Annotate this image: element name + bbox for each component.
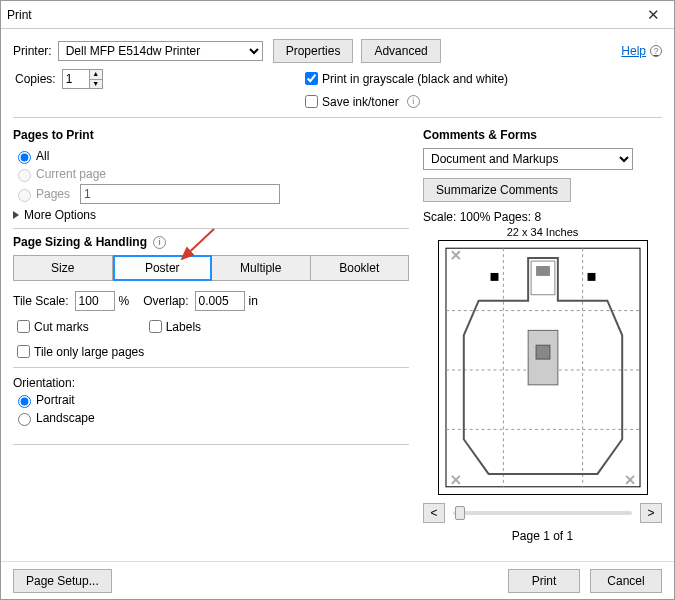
triangle-icon (13, 211, 19, 219)
copies-input[interactable] (62, 69, 90, 89)
radio-portrait-label: Portrait (36, 393, 75, 407)
radio-pages-label: Pages (36, 187, 70, 201)
comments-heading: Comments & Forms (423, 128, 662, 142)
comments-select[interactable]: Document and Markups (423, 148, 633, 170)
tab-booklet[interactable]: Booklet (311, 255, 410, 281)
labels-checkbox[interactable] (149, 320, 162, 333)
radio-current (18, 169, 31, 182)
tab-multiple[interactable]: Multiple (212, 255, 311, 281)
cutmarks-checkbox[interactable] (17, 320, 30, 333)
help-icon: ? (650, 45, 662, 57)
grayscale-checkbox[interactable] (305, 72, 318, 85)
preview-dims: 22 x 34 Inches (423, 226, 662, 238)
info-icon: i (407, 95, 420, 108)
radio-pages (18, 189, 31, 202)
cancel-button[interactable]: Cancel (590, 569, 662, 593)
tilescale-input[interactable] (75, 291, 115, 311)
preview-box (438, 240, 648, 495)
tilescale-label: Tile Scale: (13, 294, 69, 308)
printer-select[interactable]: Dell MFP E514dw Printer (58, 41, 263, 61)
sizing-heading: Page Sizing & Handling (13, 235, 147, 249)
more-options-toggle[interactable]: More Options (13, 208, 409, 222)
summarize-button[interactable]: Summarize Comments (423, 178, 571, 202)
scale-line: Scale: 100% Pages: 8 (423, 210, 662, 224)
page-label: Page 1 of 1 (423, 529, 662, 543)
printer-label: Printer: (13, 44, 52, 58)
page-slider[interactable] (453, 511, 632, 515)
overlap-label: Overlap: (143, 294, 188, 308)
overlap-unit: in (249, 294, 258, 308)
radio-portrait[interactable] (18, 395, 31, 408)
tilescale-unit: % (119, 294, 130, 308)
svg-rect-8 (536, 266, 550, 276)
titlebar: Print ✕ (1, 1, 674, 29)
close-button[interactable]: ✕ (638, 6, 668, 24)
pages-input (80, 184, 280, 204)
slider-thumb[interactable] (455, 506, 465, 520)
radio-landscape[interactable] (18, 413, 31, 426)
radio-all[interactable] (18, 151, 31, 164)
grayscale-label: Print in grayscale (black and white) (322, 72, 508, 86)
window-title: Print (7, 8, 638, 22)
preview-svg (444, 246, 642, 489)
svg-rect-12 (536, 345, 550, 359)
info-icon: i (153, 236, 166, 249)
orientation-heading: Orientation: (13, 376, 409, 390)
advanced-button[interactable]: Advanced (361, 39, 440, 63)
tab-poster[interactable]: Poster (113, 255, 213, 281)
saveink-label: Save ink/toner (322, 95, 399, 109)
pages-to-print-heading: Pages to Print (13, 128, 409, 142)
svg-rect-10 (587, 273, 595, 281)
tab-size[interactable]: Size (13, 255, 113, 281)
copies-spinner[interactable]: ▲ ▼ (62, 69, 103, 89)
svg-rect-9 (490, 273, 498, 281)
print-dialog: Print ✕ Printer: Dell MFP E514dw Printer… (0, 0, 675, 600)
tileonly-checkbox[interactable] (17, 345, 30, 358)
print-button[interactable]: Print (508, 569, 580, 593)
dialog-footer: Page Setup... Print Cancel (1, 561, 674, 599)
saveink-checkbox[interactable] (305, 95, 318, 108)
prev-page-button[interactable]: < (423, 503, 445, 523)
copies-down[interactable]: ▼ (89, 79, 103, 89)
properties-button[interactable]: Properties (273, 39, 354, 63)
copies-label: Copies: (15, 72, 56, 86)
next-page-button[interactable]: > (640, 503, 662, 523)
overlap-input[interactable] (195, 291, 245, 311)
radio-landscape-label: Landscape (36, 411, 95, 425)
radio-all-label: All (36, 149, 49, 163)
sizing-tabs: Size Poster Multiple Booklet (13, 255, 409, 281)
radio-current-label: Current page (36, 167, 106, 181)
page-setup-button[interactable]: Page Setup... (13, 569, 112, 593)
copies-up[interactable]: ▲ (89, 69, 103, 79)
help-link[interactable]: Help? (621, 44, 662, 58)
